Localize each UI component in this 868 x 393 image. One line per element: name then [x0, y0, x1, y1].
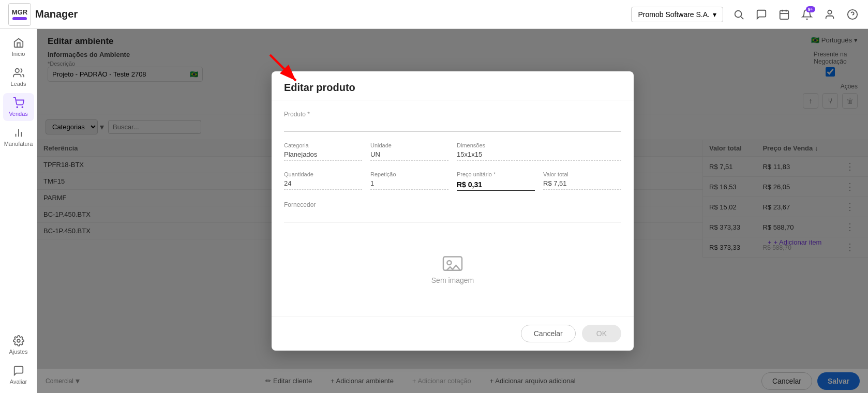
valor-total-value: R$ 7,51 — [543, 179, 621, 190]
sidebar-label-manufatura: Manufatura — [4, 141, 33, 147]
modal-grid-1: Categoria Planejados Unidade UN Dimensõe… — [284, 142, 621, 161]
svg-line-1 — [741, 17, 743, 19]
modal-title: Editar produto — [284, 82, 621, 94]
svg-point-15 — [17, 339, 20, 342]
categoria-label: Categoria — [284, 142, 362, 148]
logo-text: MGR — [12, 8, 27, 16]
quantidade-label: Quantidade — [284, 171, 362, 177]
sidebar-label-ajustes: Ajustes — [9, 349, 27, 355]
repeticao-value: 1 — [370, 179, 448, 190]
bell-badge: 9+ — [806, 6, 815, 12]
valor-total-field: Valor total R$ 7,51 — [543, 171, 621, 191]
topbar: MGR Manager Promob Software S.A. ▾ 9+ — [0, 0, 868, 29]
sidebar-item-ajustes[interactable]: Ajustes — [3, 331, 34, 359]
preco-label: Preço unitário * — [457, 171, 535, 177]
company-name: Promob Software S.A. — [638, 10, 710, 19]
app-logo: MGR Manager — [8, 3, 78, 26]
modal-footer: Cancelar OK — [272, 316, 634, 351]
modal-cancelar-button[interactable]: Cancelar — [521, 325, 576, 342]
image-area: Sem imagem — [284, 233, 621, 305]
unidade-label: Unidade — [370, 142, 448, 148]
svg-point-6 — [828, 10, 831, 13]
svg-rect-2 — [780, 10, 789, 19]
content-area: Editar ambiente Informações do Ambiente … — [37, 29, 868, 393]
sidebar-item-manufatura[interactable]: Manufatura — [3, 123, 34, 151]
app-title: Manager — [35, 8, 78, 20]
topbar-right: Promob Software S.A. ▾ 9+ — [631, 7, 860, 22]
chevron-down-icon: ▾ — [713, 10, 716, 19]
unidade-field: Unidade UN — [370, 142, 448, 161]
sidebar-label-leads: Leads — [11, 81, 26, 87]
sidebar-item-leads[interactable]: Leads — [3, 63, 34, 91]
quantidade-value: 24 — [284, 179, 362, 190]
search-icon[interactable] — [731, 7, 746, 22]
dimensoes-label: Dimensões — [457, 142, 621, 148]
svg-point-0 — [735, 10, 742, 17]
calendar-icon[interactable] — [777, 7, 791, 22]
sidebar-label-inicio: Inicio — [12, 51, 25, 57]
bell-icon[interactable]: 9+ — [800, 7, 814, 22]
sidebar-label-vendas: Vendas — [9, 111, 28, 117]
fornecedor-input[interactable] — [284, 209, 621, 222]
user-icon[interactable] — [822, 7, 837, 22]
fornecedor-label: Fornecedor — [284, 201, 621, 208]
sidebar: Inicio Leads Vendas Manufatura Ajustes A… — [0, 29, 37, 393]
modal-grid-2: Quantidade 24 Repetição 1 Preço unitário… — [284, 171, 621, 191]
categoria-value: Planejados — [284, 150, 362, 161]
company-selector[interactable]: Promob Software S.A. ▾ — [631, 7, 723, 22]
sidebar-item-inicio[interactable]: Inicio — [3, 33, 34, 61]
sidebar-item-avaliar[interactable]: Avaliar — [3, 361, 34, 389]
dimensoes-field: Dimensões 15x1x15 — [457, 142, 621, 161]
sidebar-label-avaliar: Avaliar — [10, 379, 27, 385]
logo-bar — [12, 17, 27, 20]
svg-point-11 — [22, 107, 23, 108]
help-icon[interactable] — [845, 7, 860, 22]
unidade-value: UN — [370, 150, 448, 161]
edit-product-modal: Editar produto Produto * Categoria Plane… — [272, 71, 634, 351]
repeticao-field: Repetição 1 — [370, 171, 448, 191]
fornecedor-field: Fornecedor — [284, 201, 621, 222]
modal-header: Editar produto — [272, 71, 634, 100]
sidebar-item-vendas[interactable]: Vendas — [3, 93, 34, 121]
categoria-field: Categoria Planejados — [284, 142, 362, 161]
repeticao-label: Repetição — [370, 171, 448, 177]
svg-point-19 — [447, 261, 451, 265]
modal-body: Produto * Categoria Planejados Unidade U… — [272, 100, 634, 316]
sem-imagem-label: Sem imagem — [431, 276, 474, 284]
modal-ok-button[interactable]: OK — [582, 325, 621, 342]
main-layout: Inicio Leads Vendas Manufatura Ajustes A… — [0, 29, 868, 393]
preco-field: Preço unitário * — [457, 171, 535, 191]
quantidade-field: Quantidade 24 — [284, 171, 362, 191]
product-label: Produto * — [284, 111, 621, 118]
red-arrow — [265, 50, 306, 91]
logo-box: MGR — [8, 3, 31, 26]
chat-icon[interactable] — [754, 7, 769, 22]
product-field: Produto * — [284, 111, 621, 132]
dimensoes-value: 15x1x15 — [457, 150, 621, 161]
svg-point-10 — [17, 107, 18, 108]
svg-line-17 — [270, 55, 296, 81]
product-input[interactable] — [284, 119, 621, 132]
preco-input[interactable] — [457, 179, 535, 191]
valor-total-label: Valor total — [543, 171, 621, 177]
svg-point-9 — [15, 69, 19, 72]
